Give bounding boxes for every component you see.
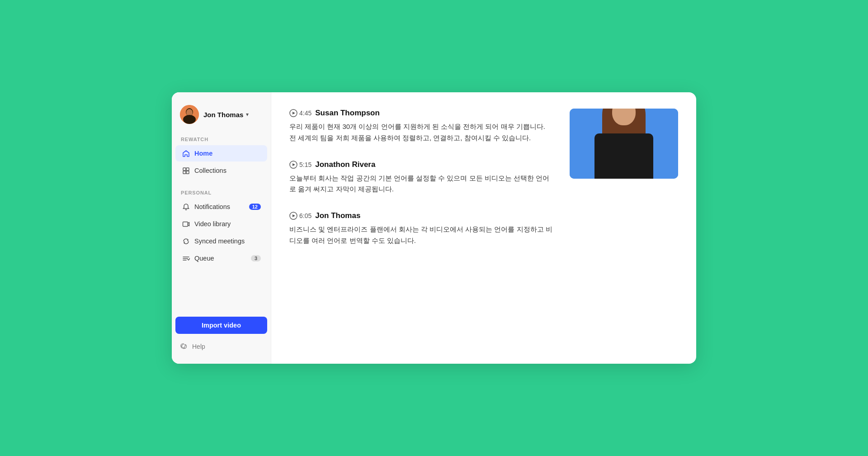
transcript-entry-3: 6:05 Jon Thomas 비즈니스 및 엔터프라이즈 플랜에서 회사는 각… bbox=[289, 211, 553, 247]
play-icon-2 bbox=[289, 161, 297, 169]
video-thumbnail[interactable] bbox=[570, 109, 678, 179]
app-window: Jon Thomas ▾ REWATCH Home bbox=[172, 92, 696, 364]
video-icon bbox=[182, 220, 190, 228]
entry-text-3: 비즈니스 및 엔터프라이즈 플랜에서 회사는 각 비디오에서 사용되는 언어를 … bbox=[289, 224, 553, 247]
svg-rect-7 bbox=[186, 171, 189, 174]
user-name: Jon Thomas bbox=[203, 111, 243, 119]
thumbnail-area bbox=[570, 109, 678, 347]
svg-rect-8 bbox=[183, 222, 188, 226]
speaker-name-2: Jonathon Rivera bbox=[315, 160, 375, 169]
transcript-entry-1: 4:45 Susan Thompson 우리 제품이 현재 30개 이상의 언어… bbox=[289, 109, 553, 144]
help-label: Help bbox=[192, 343, 205, 350]
entry-text-2: 오늘부터 회사는 작업 공간의 기본 언어를 설정할 수 있으며 모든 비디오는… bbox=[289, 173, 553, 195]
queue-icon bbox=[182, 254, 190, 262]
person-body bbox=[594, 133, 653, 179]
entry-header-2: 5:15 Jonathon Rivera bbox=[289, 160, 553, 169]
svg-rect-6 bbox=[183, 171, 186, 174]
synced-meetings-label: Synced meetings bbox=[194, 238, 261, 245]
play-icon-1 bbox=[289, 109, 297, 117]
svg-point-3 bbox=[183, 115, 196, 124]
avatar bbox=[180, 105, 199, 124]
queue-badge: 3 bbox=[251, 255, 261, 261]
queue-label: Queue bbox=[194, 255, 246, 262]
user-section[interactable]: Jon Thomas ▾ bbox=[172, 92, 271, 132]
video-library-label: Video library bbox=[194, 220, 261, 228]
entry-text-1: 우리 제품이 현재 30개 이상의 언어를 지원하게 된 소식을 전하게 되어 … bbox=[289, 121, 553, 144]
svg-marker-17 bbox=[292, 214, 295, 217]
svg-rect-4 bbox=[183, 168, 186, 171]
sidebar-item-home[interactable]: Home bbox=[175, 145, 267, 162]
sidebar-item-collections[interactable]: Collections bbox=[175, 162, 267, 179]
sidebar-item-queue[interactable]: Queue 3 bbox=[175, 250, 267, 266]
timestamp-value-1: 4:45 bbox=[299, 109, 311, 117]
home-icon bbox=[182, 149, 190, 157]
svg-rect-5 bbox=[186, 168, 189, 171]
collections-label: Collections bbox=[194, 167, 261, 174]
speaker-name-3: Jon Thomas bbox=[315, 211, 360, 220]
sync-icon bbox=[182, 237, 190, 245]
svg-marker-13 bbox=[292, 112, 295, 114]
timestamp-2[interactable]: 5:15 bbox=[289, 161, 311, 169]
transcript-area: 4:45 Susan Thompson 우리 제품이 현재 30개 이상의 언어… bbox=[289, 109, 553, 347]
collections-icon bbox=[182, 166, 190, 175]
sidebar-item-notifications[interactable]: Notifications 12 bbox=[175, 199, 267, 215]
chevron-down-icon: ▾ bbox=[246, 111, 249, 118]
bell-icon bbox=[182, 203, 190, 211]
timestamp-value-3: 6:05 bbox=[299, 212, 311, 219]
sidebar-item-video-library[interactable]: Video library bbox=[175, 216, 267, 232]
transcript-entry-2: 5:15 Jonathon Rivera 오늘부터 회사는 작업 공간의 기본 … bbox=[289, 160, 553, 195]
play-icon-3 bbox=[289, 212, 297, 220]
entry-header-3: 6:05 Jon Thomas bbox=[289, 211, 553, 220]
thumbnail-figure bbox=[570, 109, 678, 179]
rewatch-section-label: REWATCH bbox=[172, 132, 271, 145]
sidebar-item-help[interactable]: Help bbox=[175, 338, 267, 355]
sidebar: Jon Thomas ▾ REWATCH Home bbox=[172, 92, 271, 364]
speaker-name-1: Susan Thompson bbox=[315, 109, 380, 118]
entry-header-1: 4:45 Susan Thompson bbox=[289, 109, 553, 118]
svg-marker-15 bbox=[292, 163, 295, 166]
timestamp-3[interactable]: 6:05 bbox=[289, 212, 311, 220]
home-label: Home bbox=[194, 150, 261, 157]
import-video-button[interactable]: Import video bbox=[175, 317, 267, 334]
timestamp-1[interactable]: 4:45 bbox=[289, 109, 311, 117]
sidebar-footer: Import video Help bbox=[172, 312, 271, 355]
timestamp-value-2: 5:15 bbox=[299, 161, 311, 168]
main-content: 4:45 Susan Thompson 우리 제품이 현재 30개 이상의 언어… bbox=[271, 92, 696, 364]
sidebar-item-synced-meetings[interactable]: Synced meetings bbox=[175, 233, 267, 249]
personal-section-label: PERSONAL bbox=[172, 185, 271, 198]
notifications-badge: 12 bbox=[249, 204, 261, 210]
notifications-label: Notifications bbox=[194, 203, 245, 210]
help-icon bbox=[180, 342, 188, 351]
